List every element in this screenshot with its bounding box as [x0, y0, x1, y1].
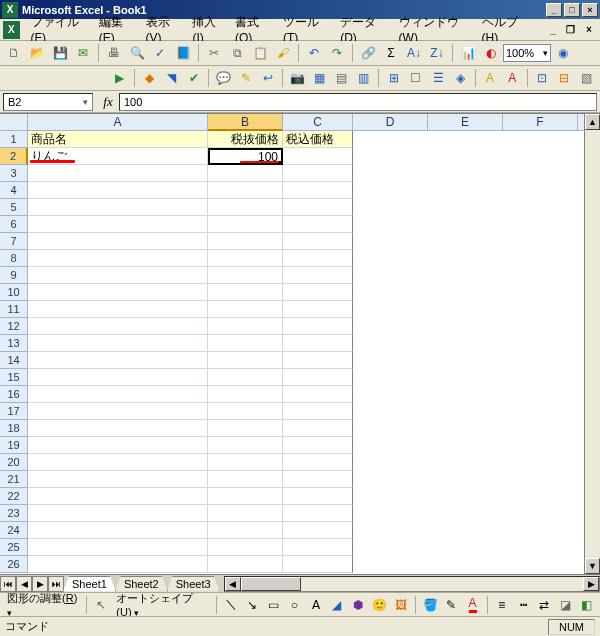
- cell-C8[interactable]: [283, 250, 353, 267]
- doc-close-button[interactable]: ×: [581, 23, 597, 37]
- sheet-nav-last-button[interactable]: ⏭: [48, 576, 64, 592]
- 3d-style-icon[interactable]: ◧: [577, 594, 597, 616]
- cell-A6[interactable]: [28, 216, 208, 233]
- picture-icon[interactable]: 🖼: [391, 594, 411, 616]
- cell-C12[interactable]: [283, 318, 353, 335]
- cell-F10[interactable]: [503, 284, 578, 301]
- cell-F23[interactable]: [503, 505, 578, 522]
- cell-C6[interactable]: [283, 216, 353, 233]
- cell-A25[interactable]: [28, 539, 208, 556]
- cell-F8[interactable]: [503, 250, 578, 267]
- cell-C3[interactable]: [283, 165, 353, 182]
- cell-F19[interactable]: [503, 437, 578, 454]
- cell-E15[interactable]: [428, 369, 503, 386]
- cell-F1[interactable]: [503, 131, 578, 148]
- row-header-10[interactable]: 10: [0, 284, 28, 301]
- row-header-22[interactable]: 22: [0, 488, 28, 505]
- cell-B23[interactable]: [208, 505, 283, 522]
- row-header-15[interactable]: 15: [0, 369, 28, 386]
- row-header-13[interactable]: 13: [0, 335, 28, 352]
- col-header-F[interactable]: F: [503, 114, 578, 131]
- cell-E16[interactable]: [428, 386, 503, 403]
- cell-E10[interactable]: [428, 284, 503, 301]
- maximize-button[interactable]: □: [564, 3, 580, 17]
- cell-B11[interactable]: [208, 301, 283, 318]
- research-icon[interactable]: 📘: [172, 42, 194, 64]
- cell-A12[interactable]: [28, 318, 208, 335]
- cell-A15[interactable]: [28, 369, 208, 386]
- print-preview-icon[interactable]: 🔍: [126, 42, 148, 64]
- cell-C22[interactable]: [283, 488, 353, 505]
- clipart-icon[interactable]: 🙂: [369, 594, 389, 616]
- cell-C16[interactable]: [283, 386, 353, 403]
- cell-B2[interactable]: 100: [208, 148, 283, 165]
- reply-icon[interactable]: ↩: [257, 67, 278, 89]
- cell-A24[interactable]: [28, 522, 208, 539]
- col-header-B[interactable]: B: [208, 114, 283, 131]
- cell-E13[interactable]: [428, 335, 503, 352]
- cell-E3[interactable]: [428, 165, 503, 182]
- sheet-tab-1[interactable]: Sheet1: [63, 576, 116, 592]
- cell-F3[interactable]: [503, 165, 578, 182]
- row-header-6[interactable]: 6: [0, 216, 28, 233]
- cell-A8[interactable]: [28, 250, 208, 267]
- horizontal-scrollbar[interactable]: ◀ ▶: [224, 576, 600, 592]
- cell-E8[interactable]: [428, 250, 503, 267]
- oval-icon[interactable]: ○: [284, 594, 304, 616]
- cell-E20[interactable]: [428, 454, 503, 471]
- text-icon[interactable]: A: [480, 67, 501, 89]
- cell-E1[interactable]: [428, 131, 503, 148]
- cell-B16[interactable]: [208, 386, 283, 403]
- cell-A21[interactable]: [28, 471, 208, 488]
- cell-B10[interactable]: [208, 284, 283, 301]
- cell-F5[interactable]: [503, 199, 578, 216]
- format-painter-icon[interactable]: 🖌: [272, 42, 294, 64]
- print-icon[interactable]: 🖶: [103, 42, 125, 64]
- cell-E19[interactable]: [428, 437, 503, 454]
- cell-D8[interactable]: [353, 250, 428, 267]
- cell-B12[interactable]: [208, 318, 283, 335]
- undo-icon[interactable]: ↶: [303, 42, 325, 64]
- sheet-nav-next-button[interactable]: ▶: [32, 576, 48, 592]
- cell-F2[interactable]: [503, 148, 578, 165]
- cell-C26[interactable]: [283, 556, 353, 573]
- window-icon[interactable]: ⊞: [383, 67, 404, 89]
- cell-D17[interactable]: [353, 403, 428, 420]
- cell-E7[interactable]: [428, 233, 503, 250]
- cell-E24[interactable]: [428, 522, 503, 539]
- cell-A2[interactable]: りんご: [28, 148, 208, 165]
- cell-A13[interactable]: [28, 335, 208, 352]
- sheet-nav-first-button[interactable]: ⏮: [0, 576, 16, 592]
- col-header-E[interactable]: E: [428, 114, 503, 131]
- scroll-thumb[interactable]: [241, 577, 301, 591]
- comment-icon[interactable]: 💬: [213, 67, 234, 89]
- cell-E18[interactable]: [428, 420, 503, 437]
- cell-F16[interactable]: [503, 386, 578, 403]
- ungroup-icon[interactable]: ▥: [353, 67, 374, 89]
- cell-E25[interactable]: [428, 539, 503, 556]
- toggle2-icon[interactable]: ⊟: [554, 67, 575, 89]
- row-header-19[interactable]: 19: [0, 437, 28, 454]
- cell-D7[interactable]: [353, 233, 428, 250]
- cell-E2[interactable]: [428, 148, 503, 165]
- play-icon[interactable]: ▶: [109, 67, 130, 89]
- cell-B14[interactable]: [208, 352, 283, 369]
- cell-D21[interactable]: [353, 471, 428, 488]
- row-header-2[interactable]: 2: [0, 148, 28, 165]
- cell-F20[interactable]: [503, 454, 578, 471]
- name-box-dropdown-icon[interactable]: ▾: [83, 97, 88, 107]
- cell-D12[interactable]: [353, 318, 428, 335]
- cell-C19[interactable]: [283, 437, 353, 454]
- dash-style-icon[interactable]: ┅: [513, 594, 533, 616]
- line-color-icon[interactable]: ✎: [441, 594, 461, 616]
- select-all-corner[interactable]: [0, 114, 28, 131]
- sheet-tab-2[interactable]: Sheet2: [115, 576, 168, 592]
- select-objects-icon[interactable]: ↖: [91, 594, 111, 616]
- cell-C17[interactable]: [283, 403, 353, 420]
- arrow-style-icon[interactable]: ⇄: [534, 594, 554, 616]
- cell-C10[interactable]: [283, 284, 353, 301]
- name-box[interactable]: B2 ▾: [3, 93, 93, 111]
- sort-asc-icon[interactable]: A↓: [403, 42, 425, 64]
- cell-A20[interactable]: [28, 454, 208, 471]
- cell-B5[interactable]: [208, 199, 283, 216]
